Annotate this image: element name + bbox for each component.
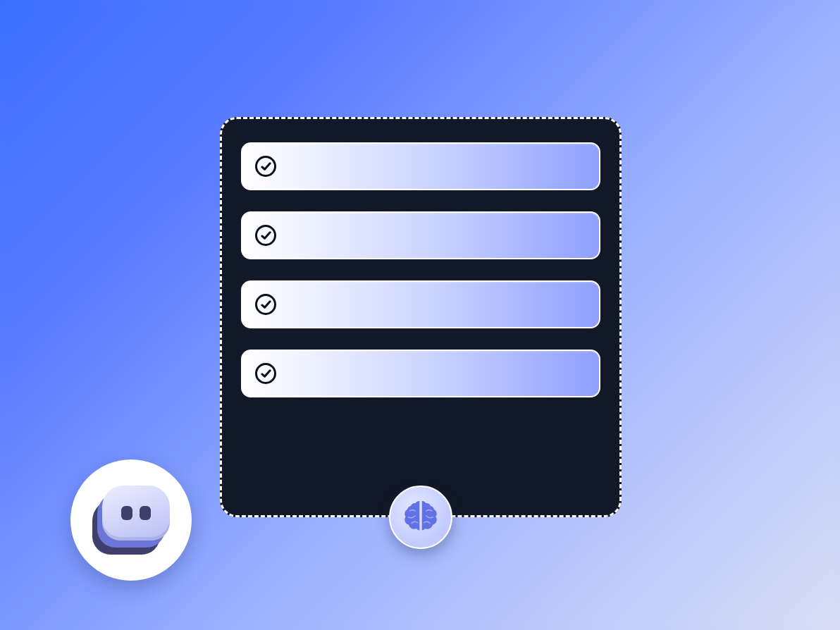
checklist-panel [220,117,622,517]
checklist-item [241,280,600,328]
check-circle-icon [255,156,276,177]
avatar-badge [70,459,192,581]
checklist-item [241,142,600,190]
checklist-item [241,211,600,259]
check-circle-icon [255,363,276,384]
bot-stack-icon [92,485,170,555]
checklist-item [241,350,600,397]
brain-badge [389,486,452,549]
check-circle-icon [255,225,276,246]
check-circle-icon [255,294,276,315]
brain-icon [401,496,440,538]
gradient-stage [7,7,833,623]
